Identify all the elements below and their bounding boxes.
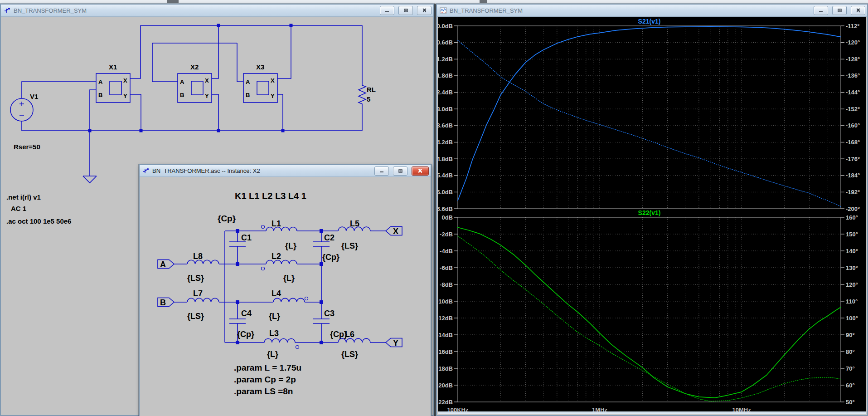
phase-dot <box>262 267 265 270</box>
inductor-coil <box>338 338 370 343</box>
instance-label: L8 <box>193 252 203 261</box>
instance-label: {Cp} <box>218 214 236 223</box>
instance-label: .param LS =8n <box>234 387 293 396</box>
restore-button[interactable] <box>832 6 847 15</box>
close-button[interactable] <box>851 6 865 15</box>
schematic-label: RL <box>367 86 376 93</box>
svg-text:A: A <box>180 78 184 85</box>
right-axis-tick-label: -152° <box>846 106 860 113</box>
inductor-coil <box>266 260 297 264</box>
junction-square <box>236 341 239 344</box>
trace-s21-v1-phase <box>458 40 841 206</box>
restore-button[interactable] <box>393 166 407 176</box>
svg-text:A: A <box>98 78 103 85</box>
phase-dots <box>262 225 308 349</box>
plot-frame <box>458 217 841 402</box>
junction-square <box>88 129 92 132</box>
left-axis-tick-label: -18dB <box>438 365 453 372</box>
junction-square <box>320 262 323 266</box>
instance-labels: K1 L1 L2 L3 L4 1{Cp}C1L1{L}C2L5{LS}{Cp}L… <box>187 191 359 396</box>
minimize-button[interactable] <box>380 6 394 15</box>
svg-text:B: B <box>98 92 102 98</box>
right-axis-tick-label: 50° <box>846 399 855 406</box>
junction-square <box>217 129 220 132</box>
instance-label: L1 <box>272 219 281 228</box>
svg-text:A: A <box>160 260 166 269</box>
toolbar-fragment <box>480 0 487 3</box>
left-axis-tick-label: -2dB <box>440 231 453 238</box>
right-axis-tick-label: -120° <box>846 39 860 46</box>
waveform-canvas[interactable]: S21(v1)0.0dB-112°-0.6dB-120°-1.2dB-128°-… <box>438 17 866 414</box>
instance-wires: ABXY <box>158 225 402 349</box>
ground-symbol <box>83 176 97 183</box>
right-axis-tick-label: -200° <box>846 206 860 212</box>
junction-square <box>140 129 143 132</box>
left-axis-tick-label: -4.8dB <box>438 156 453 162</box>
inductor-coil <box>273 298 305 302</box>
inductor-coil <box>264 339 295 343</box>
minimize-button[interactable] <box>374 166 389 176</box>
restore-button[interactable] <box>398 6 413 15</box>
schematic-label: Rser=50 <box>14 143 40 151</box>
instance-window: BN_TRANSFORMER.asc -- Instance: X2 ABXY … <box>139 164 432 416</box>
svg-text:B: B <box>180 92 184 98</box>
schematic-wires <box>10 25 366 183</box>
pane-title: S22(v1) <box>638 209 661 216</box>
svg-text:B: B <box>160 298 166 307</box>
window-title: BN_TRANSFORMER.asc -- Instance: X2 <box>152 167 370 174</box>
left-axis-tick-label: -2.4dB <box>438 89 453 96</box>
schematic-label: AC 1 <box>11 205 26 212</box>
instance-window-titlebar[interactable]: BN_TRANSFORMER.asc -- Instance: X2 <box>140 165 431 177</box>
trace-s22-v1-phase <box>458 236 841 401</box>
left-axis-tick-label: -22dB <box>438 399 453 406</box>
instance-label: L3 <box>269 329 279 338</box>
junction-square <box>320 341 323 344</box>
right-axis-tick-label: 90° <box>846 332 855 338</box>
port-x: X <box>386 227 402 236</box>
svg-text:Y: Y <box>205 93 209 99</box>
instance-schematic-canvas[interactable]: ABXY K1 L1 L2 L3 L4 1{Cp}C1L1{L}C2L5{LS}… <box>141 177 430 416</box>
left-axis-tick-label: -1.2dB <box>438 56 453 63</box>
svg-text:A: A <box>246 78 250 85</box>
transformer-block-x2[interactable]: ABXYX2 <box>178 63 212 103</box>
junction-square <box>290 24 293 27</box>
junction-square <box>236 300 239 304</box>
inductor-coil <box>187 260 219 264</box>
right-axis-tick-label: -168° <box>846 139 860 146</box>
inductor-coil <box>266 227 297 231</box>
port-b: B <box>158 298 174 307</box>
right-axis-tick-label: 80° <box>846 348 855 355</box>
instance-label: L4 <box>272 289 281 298</box>
port-symbols: ABXY <box>158 227 402 347</box>
instance-label: K1 L1 L2 L3 L4 1 <box>235 191 306 201</box>
instance-label: L5 <box>350 219 359 228</box>
mdi-top-edge <box>0 0 868 4</box>
resistor-rl <box>359 83 366 106</box>
left-axis-tick-label: -20dB <box>438 382 453 389</box>
s21-plot-pane: S21(v1)0.0dB-112°-0.6dB-120°-1.2dB-128°-… <box>438 18 860 212</box>
right-axis-tick-label: -144° <box>846 89 860 96</box>
right-axis-tick-label: -128° <box>846 56 860 63</box>
close-button[interactable] <box>417 6 432 15</box>
instance-label: L6 <box>345 330 354 339</box>
instance-label: .param Cp = 2p <box>234 375 296 384</box>
schematic-window-titlebar[interactable]: BN_TRANSFORMER_SYM <box>1 5 433 17</box>
trace-s21-v1-magnitude <box>458 27 841 201</box>
left-axis-tick-label: -0.6dB <box>438 39 453 46</box>
transformer-block-x3[interactable]: ABXYX3 <box>243 63 277 103</box>
right-axis-tick-label: 100° <box>846 315 858 322</box>
transformer-blocks: ABXYX1ABXYX2ABXYX3 <box>96 63 277 103</box>
phase-dot <box>262 225 265 229</box>
waveform-window-titlebar[interactable]: BN_TRANSFORMER_SYM <box>437 5 867 17</box>
right-axis-tick-label: 140° <box>846 248 858 254</box>
instance-label: L2 <box>272 252 281 261</box>
junction-square <box>236 229 239 233</box>
schematic-label: 5 <box>367 95 370 103</box>
right-axis-tick-label: -160° <box>846 122 860 129</box>
transformer-block-x1[interactable]: ABXYX1 <box>96 63 130 103</box>
schematic-label: .net i(rl) v1 <box>6 193 41 201</box>
ltspice-schematic-icon <box>142 167 150 175</box>
minimize-button[interactable] <box>814 6 828 15</box>
block-name-label: X1 <box>109 63 117 71</box>
close-button[interactable] <box>412 166 429 176</box>
